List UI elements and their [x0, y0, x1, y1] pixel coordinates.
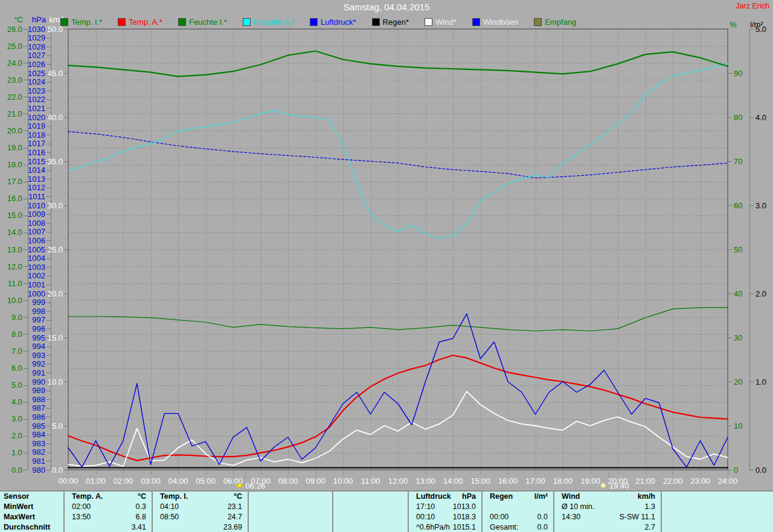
- svg-text:35.0: 35.0: [48, 157, 63, 166]
- svg-text:1022: 1022: [28, 95, 45, 104]
- svg-text:992: 992: [32, 359, 45, 368]
- avg-temp-i: 23.69: [152, 522, 248, 532]
- svg-text:1006: 1006: [28, 236, 45, 245]
- svg-text:24.0: 24.0: [7, 59, 22, 68]
- svg-text:1004: 1004: [28, 254, 45, 263]
- svg-text:1030: 1030: [28, 25, 45, 34]
- empty-cell: [661, 502, 773, 512]
- svg-text:0.0: 0.0: [11, 466, 22, 475]
- svg-text:02:00: 02:00: [114, 476, 133, 486]
- svg-text:90: 90: [734, 69, 742, 78]
- min-luftdruck: 17:101013.0: [408, 502, 481, 512]
- svg-text:06:26: 06:26: [246, 481, 266, 490]
- legend-label: Temp. A.*: [129, 18, 162, 27]
- svg-text:18:00: 18:00: [553, 476, 573, 486]
- svg-text:1009: 1009: [28, 210, 45, 219]
- svg-text:8.0: 8.0: [11, 330, 22, 339]
- legend-label: Windböen: [483, 18, 519, 27]
- svg-text:1026: 1026: [28, 60, 45, 69]
- svg-text:1028: 1028: [28, 42, 45, 51]
- legend-item-4: Luftdruck*: [310, 18, 356, 27]
- avg-regen: Gesamt:0.0: [481, 522, 553, 532]
- svg-text:1011: 1011: [28, 192, 45, 201]
- svg-text:5.0: 5.0: [52, 421, 63, 431]
- svg-text:26.0: 26.0: [7, 25, 22, 34]
- svg-text:03:00: 03:00: [141, 476, 161, 486]
- svg-text:4.0: 4.0: [11, 397, 22, 406]
- svg-text:995: 995: [32, 333, 45, 342]
- svg-text:22:00: 22:00: [663, 476, 683, 486]
- col-header-regen: Regenl/m²: [481, 492, 553, 502]
- empty-cell: [248, 502, 332, 512]
- svg-text:20: 20: [734, 377, 742, 386]
- chart-legend: Temp. I.*Temp. A.*Feuchte I.*Feuchte A.*…: [60, 17, 576, 27]
- svg-text:989: 989: [32, 386, 45, 395]
- svg-text:984: 984: [32, 430, 45, 439]
- svg-text:22.0: 22.0: [7, 92, 22, 101]
- svg-text:1014: 1014: [28, 165, 45, 175]
- svg-text:18.0: 18.0: [7, 160, 22, 169]
- svg-text:19:00: 19:00: [580, 476, 600, 486]
- svg-text:30.0: 30.0: [48, 201, 63, 210]
- svg-text:4.0: 4.0: [755, 113, 766, 122]
- max-luftdruck: 00:101018.3: [408, 512, 481, 522]
- svg-text:1013: 1013: [28, 175, 45, 184]
- svg-text:1005: 1005: [28, 245, 45, 254]
- legend-item-2: Feuchte I.*: [178, 18, 227, 27]
- axis-wind: 0.05.010.015.020.025.030.035.040.045.050…: [48, 15, 68, 475]
- svg-text:17:00: 17:00: [525, 476, 545, 486]
- max-temp-i: 08:5024.7: [152, 512, 248, 522]
- legend-swatch-icon: [118, 18, 126, 26]
- station-name: Jarz Erich: [736, 2, 769, 10]
- legend-swatch-icon: [310, 18, 318, 26]
- svg-text:1024: 1024: [28, 77, 45, 86]
- legend-item-7: Windböen: [472, 18, 519, 27]
- svg-text:1000: 1000: [28, 289, 45, 298]
- legend-item-1: Temp. A.*: [118, 18, 162, 27]
- svg-text:991: 991: [32, 368, 45, 377]
- axis-humidity: 0102030405060708090%: [728, 20, 742, 475]
- page-title: Samstag, 04.04.2015: [0, 2, 773, 12]
- max-regen: 00:000.0: [481, 512, 553, 522]
- svg-text:3.0: 3.0: [11, 414, 22, 423]
- svg-text:994: 994: [32, 342, 45, 351]
- svg-text:982: 982: [32, 447, 45, 457]
- svg-text:15:00: 15:00: [470, 476, 490, 486]
- svg-text:1016: 1016: [28, 148, 45, 157]
- x-axis-labels: 00:0001:0002:0003:0004:0005:0006:0007:00…: [59, 471, 738, 486]
- svg-text:1007: 1007: [28, 227, 45, 236]
- svg-text:996: 996: [32, 324, 45, 333]
- avg-luftdruck: ^0.6hPa/h1015.1: [408, 522, 481, 532]
- svg-text:45.0: 45.0: [48, 69, 63, 78]
- table-row-label: Durchschnitt: [0, 522, 63, 532]
- svg-text:1018: 1018: [28, 130, 45, 139]
- col-header-luftdruck: LuftdruckhPa: [408, 492, 481, 502]
- axis-rain: 0.01.02.03.04.05.0l/m²: [749, 20, 766, 475]
- svg-text:990: 990: [32, 377, 45, 386]
- weather-chart-canvas: 0.01.02.03.04.05.06.07.08.09.010.011.012…: [0, 0, 773, 490]
- svg-text:25.0: 25.0: [48, 245, 63, 254]
- svg-text:1019: 1019: [28, 121, 45, 130]
- empty-cell: [248, 522, 332, 532]
- svg-text:0.0: 0.0: [52, 466, 63, 475]
- empty-cell: [332, 522, 408, 532]
- max-wind: 14:30S-SW 11.1: [553, 512, 661, 522]
- svg-text:%: %: [730, 20, 737, 29]
- svg-text:23.0: 23.0: [7, 75, 22, 85]
- svg-text:09:00: 09:00: [306, 476, 326, 486]
- svg-text:00:00: 00:00: [59, 476, 79, 486]
- svg-text:14:00: 14:00: [443, 476, 463, 486]
- svg-text:04:00: 04:00: [168, 476, 188, 486]
- svg-text:999: 999: [32, 298, 45, 307]
- legend-label: Wind*: [435, 18, 457, 27]
- svg-text:1021: 1021: [28, 104, 45, 113]
- table-row-label: Sensor: [0, 492, 63, 502]
- svg-text:10:00: 10:00: [333, 476, 353, 486]
- svg-text:14.0: 14.0: [7, 228, 22, 237]
- legend-item-8: Empfang: [534, 18, 576, 27]
- table-row-label: MaxWert: [0, 512, 63, 522]
- col-header-wind: Windkm/h: [553, 492, 661, 502]
- legend-swatch-icon: [425, 18, 432, 26]
- legend-item-5: Regen*: [372, 18, 409, 27]
- svg-text:1.0: 1.0: [755, 377, 766, 386]
